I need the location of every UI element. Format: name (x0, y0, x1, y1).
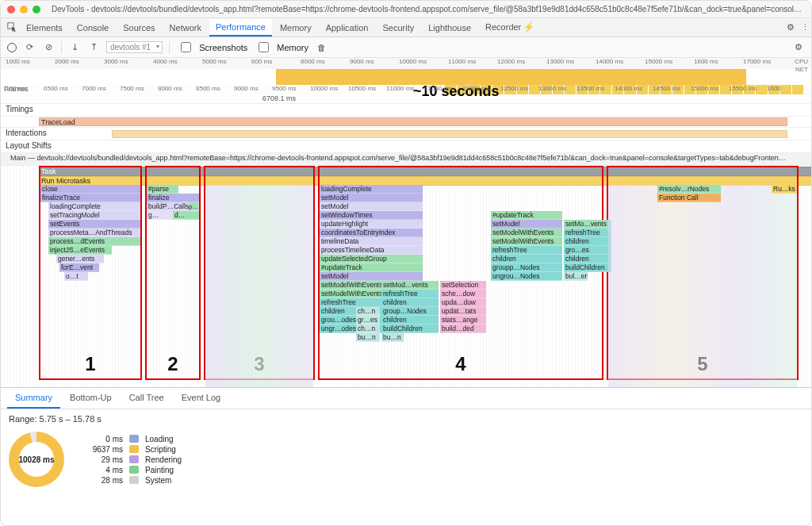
fc2-4[interactable]: g… (147, 211, 173, 220)
timeline-ruler[interactable]: Frames 6708.1 ms ~10 seconds 100 ms6500 … (1, 85, 811, 104)
fc1-7[interactable]: injectJS…eEvents (48, 246, 112, 255)
c4e-4[interactable]: children (564, 255, 611, 263)
session-select[interactable]: devtools #1 (106, 41, 163, 53)
memory-checkbox[interactable] (259, 42, 269, 52)
c4e-2[interactable]: children (564, 237, 611, 246)
sm-3[interactable]: bu…n (356, 333, 380, 342)
sm-2[interactable]: ch…n (356, 324, 380, 333)
sm-1[interactable]: gr…es (356, 316, 380, 324)
disclosure-triangle-icon[interactable]: ▸ (0, 106, 1, 113)
c4d-2[interactable]: upda…dow (440, 298, 486, 307)
tab-console[interactable]: Console (71, 20, 115, 36)
c4c-0[interactable]: setMod…vents (381, 281, 439, 290)
fc1-6[interactable]: process…dEvents (48, 237, 140, 246)
fc1-8[interactable]: gener…ents (56, 255, 104, 263)
reload-icon[interactable]: ⟳ (23, 41, 36, 54)
c4c-1[interactable]: refreshTree (381, 290, 439, 298)
tab-summary[interactable]: Summary (7, 388, 60, 409)
fc1-5[interactable]: processMeta…AndThreads (48, 228, 140, 237)
tab-event-log[interactable]: Event Log (174, 388, 229, 409)
c4c-3[interactable]: group…Nodes (381, 307, 439, 316)
c4-5[interactable]: coordinatesToEntryIndex (320, 228, 423, 237)
fc2-1[interactable]: finalize (147, 194, 199, 202)
minimize-window-icon[interactable] (20, 6, 28, 13)
c4c-2[interactable]: children (381, 298, 439, 307)
c4e-5[interactable]: buildChildren (564, 263, 611, 272)
c4-3[interactable]: setWindowTimes (320, 211, 423, 220)
clear-icon[interactable]: ⊘ (42, 41, 55, 54)
c4b-0[interactable]: #updateTrack (491, 211, 562, 220)
c5-0[interactable]: #resolv…rNodes (657, 185, 721, 194)
c4c-5[interactable]: buildChildren (381, 324, 439, 333)
c4e-0[interactable]: setMo…vents (564, 220, 611, 228)
c4b-4[interactable]: refreshTree (491, 246, 562, 255)
zoom-window-icon[interactable] (33, 6, 40, 13)
c4b-1[interactable]: setModel (491, 220, 562, 228)
c4-0[interactable]: loadingComplete (320, 185, 423, 194)
fc1-4[interactable]: setEvents (48, 220, 140, 228)
tab-memory[interactable]: Memory (274, 20, 318, 36)
c5-1[interactable]: Function Call (657, 194, 721, 202)
track-traceload[interactable]: TraceLoad (1, 117, 811, 128)
inspect-icon[interactable] (6, 21, 18, 34)
tab-lighthouse[interactable]: Lighthouse (422, 20, 477, 36)
traceload-bar[interactable]: TraceLoad (39, 117, 787, 126)
c4b-7[interactable]: ungrou…Nodes (491, 272, 562, 281)
upload-icon[interactable]: ⤓ (68, 41, 81, 54)
settings-gear-icon[interactable]: ⚙ (784, 21, 797, 34)
c4e-6[interactable]: bul…en (564, 272, 588, 281)
tab-call-tree[interactable]: Call Tree (121, 388, 172, 409)
fc2-2[interactable]: buildP…Calls (148, 202, 189, 210)
fc2-5[interactable]: d… (173, 211, 199, 220)
sm-0[interactable]: ch…n (356, 307, 380, 316)
track-main-header[interactable]: ▾ Main — devtools://devtools/bundled/dev… (1, 153, 811, 166)
tab-sources[interactable]: Sources (117, 20, 161, 36)
c4-9[interactable]: #updateTrack (320, 263, 423, 272)
c4c-4[interactable]: children (381, 316, 439, 324)
disclosure-triangle-icon[interactable]: ▾ (0, 155, 1, 163)
c4d-5[interactable]: build…ded (440, 324, 486, 333)
download-icon[interactable]: ⤒ (87, 41, 100, 54)
track-layout-shifts[interactable]: Layout Shifts (1, 140, 811, 153)
flame-chart[interactable]: Task Task Run Microtasks Ti…ed 1 2 3 4 5… (1, 166, 811, 388)
close-window-icon[interactable] (7, 6, 15, 13)
c4b-6[interactable]: groupp…Nodes (491, 263, 562, 272)
c4e-1[interactable]: refreshTree (564, 228, 611, 237)
tab-security[interactable]: Security (376, 20, 420, 36)
timeline-overview[interactable]: 1000 ms2000 ms3000 ms4000 ms5000 ms600 m… (1, 58, 811, 85)
c4d-0[interactable]: setSelection (440, 281, 486, 290)
tab-performance[interactable]: Performance (209, 19, 272, 36)
cr-0[interactable]: Ru…ks (772, 185, 797, 194)
tab-network[interactable]: Network (163, 20, 208, 36)
c4e-3[interactable]: gro…es (564, 246, 611, 255)
c4b-3[interactable]: setModelWithEvents (491, 237, 562, 246)
screenshots-checkbox[interactable] (181, 42, 191, 52)
record-icon[interactable] (7, 43, 17, 52)
fc1-1[interactable]: finalizeTrace (40, 194, 140, 202)
c4-1[interactable]: setModel (320, 194, 423, 202)
track-interactions[interactable]: ▸ Interactions (1, 128, 811, 140)
tab-recorder[interactable]: Recorder ⚡ (479, 19, 541, 36)
fc1-3[interactable]: setTracingModel (48, 211, 140, 220)
c4-10[interactable]: setModel (320, 272, 423, 281)
c4-8[interactable]: updateSelectedGroup (320, 255, 423, 263)
tab-elements[interactable]: Elements (20, 20, 69, 36)
c4-7[interactable]: processTimelineData (320, 246, 423, 255)
flame-col-3[interactable] (205, 185, 313, 388)
trash-icon[interactable]: 🗑 (315, 41, 327, 54)
c4b-2[interactable]: setModelWithEvents (491, 228, 562, 237)
c4d-4[interactable]: stats…ange (440, 316, 486, 324)
fc1-9[interactable]: forE…vent (59, 263, 99, 272)
c4d-1[interactable]: sche…dow (440, 290, 486, 298)
c4-4[interactable]: updateHighlight (320, 220, 423, 228)
c4d-3[interactable]: updat…tats (440, 307, 486, 316)
interaction-bar[interactable] (112, 130, 787, 138)
c4-6[interactable]: timelineData (320, 237, 423, 246)
c4-2[interactable]: setModel (320, 202, 423, 211)
fc1-0[interactable]: close (40, 185, 140, 194)
tab-bottom-up[interactable]: Bottom-Up (62, 388, 120, 409)
track-timings[interactable]: ▸ Timings (1, 104, 811, 117)
c4c-6[interactable]: bu…n (381, 333, 404, 342)
c4b-5[interactable]: children (491, 255, 562, 263)
disclosure-triangle-icon[interactable]: ▸ (0, 130, 1, 137)
